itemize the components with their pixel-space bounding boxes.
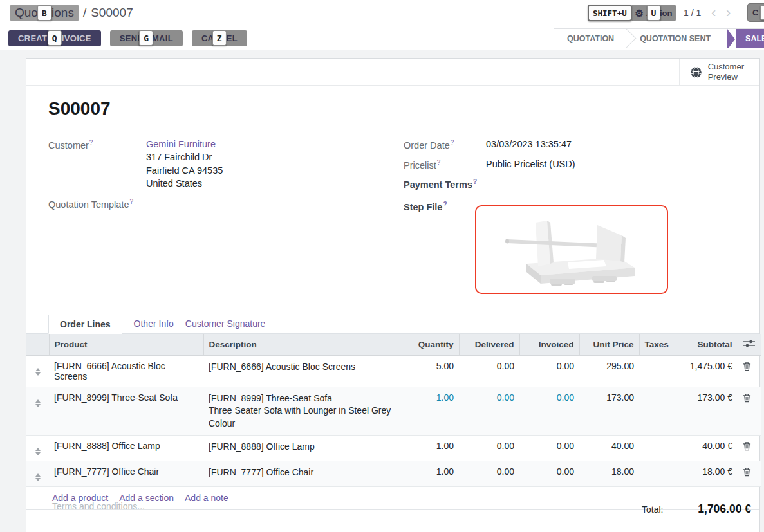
pager-next-icon[interactable]: › <box>726 0 731 26</box>
table-row[interactable]: [FURN_8999] Three-Seat Sofa [FURN_8999] … <box>26 387 761 436</box>
unit-price-cell[interactable]: 18.00 <box>579 461 639 486</box>
delivered-column-header[interactable]: Delivered <box>459 334 519 356</box>
description-cell[interactable]: [FURN_8888] Office Lamp <box>203 435 400 461</box>
status-step-quotation-sent[interactable]: QUOTATION SENT <box>627 29 723 48</box>
action-menu-button[interactable]: ⚙ Action U <box>631 5 676 21</box>
table-row[interactable]: [FURN_8888] Office Lamp [FURN_8888] Offi… <box>26 435 761 461</box>
invoiced-cell[interactable]: 0.00 <box>519 435 579 461</box>
unit-price-cell[interactable]: 40.00 <box>579 435 639 461</box>
delivered-cell[interactable]: 0.00 <box>459 461 519 486</box>
order-date-field-label: Order Date? <box>404 139 454 151</box>
taxes-cell[interactable] <box>639 387 675 436</box>
taxes-cell[interactable] <box>639 435 675 461</box>
description-cell[interactable]: [FURN_7777] Office Chair <box>203 461 400 486</box>
send-email-button[interactable]: SEND EMAIL G <box>110 30 183 46</box>
quantity-cell[interactable]: 1.00 <box>400 387 459 436</box>
delete-row-button[interactable] <box>738 387 761 436</box>
invoiced-cell[interactable]: 0.00 <box>519 461 579 486</box>
quotation-template-field-label: Quotation Template? <box>48 198 133 210</box>
gear-icon: ⚙ <box>635 8 644 18</box>
total-value: 1,706.00 € <box>698 502 751 516</box>
unit-price-cell[interactable]: 173.00 <box>579 387 639 436</box>
subtotal-cell[interactable]: 1,475.00 € <box>675 356 738 387</box>
drag-handle[interactable] <box>26 461 49 486</box>
address-line: 317 Fairchild Dr <box>146 151 223 164</box>
taxes-cell[interactable] <box>639 461 675 486</box>
cancel-button[interactable]: CANCEL Z <box>192 30 247 46</box>
order-lines-section: Product Description Quantity Delivered I… <box>26 334 759 510</box>
help-icon: ? <box>451 139 454 146</box>
quantity-column-header[interactable]: Quantity <box>400 334 459 356</box>
create-invoice-button[interactable]: CREATE INVOICE Q <box>8 30 101 46</box>
add-a-note-link[interactable]: Add a note <box>185 493 228 503</box>
address-line: Fairfield CA 94535 <box>146 164 223 178</box>
drag-handle[interactable] <box>26 356 49 387</box>
subtotal-cell[interactable]: 18.00 € <box>675 461 738 486</box>
tab-customer-signature[interactable]: Customer Signature <box>185 314 266 333</box>
product-column-header[interactable]: Product <box>49 334 203 356</box>
help-icon: ? <box>89 139 93 146</box>
description-cell[interactable]: [FURN_8999] Three-Seat SofaThree Seater … <box>203 387 400 436</box>
product-cell[interactable]: [FURN_7777] Office Chair <box>49 461 203 486</box>
delete-row-button[interactable] <box>738 435 761 461</box>
delete-row-button[interactable] <box>738 461 761 486</box>
description-column-header[interactable]: Description <box>203 334 400 356</box>
form-header: Customer Preview <box>26 59 759 86</box>
delivered-cell[interactable]: 0.00 <box>459 356 519 387</box>
step-file-field-label: Step File? <box>404 201 447 212</box>
optional-columns-toggle[interactable] <box>738 334 761 356</box>
action-buttons: CREATE INVOICE Q SEND EMAIL G CANCEL Z <box>8 26 247 50</box>
product-cell[interactable]: [FURN_6666] Acoustic Bloc Screens <box>49 356 203 387</box>
step-file-preview[interactable] <box>475 205 668 294</box>
subtotal-cell[interactable]: 40.00 € <box>675 435 738 461</box>
unit-price-cell[interactable]: 295.00 <box>579 356 639 387</box>
status-bar: QUOTATION QUOTATION SENT SALES ORDER <box>554 28 764 48</box>
invoiced-column-header[interactable]: Invoiced <box>519 334 579 356</box>
keyboard-hint-truncated <box>760 5 764 20</box>
taxes-cell[interactable] <box>639 356 675 387</box>
quantity-cell[interactable]: 5.00 <box>400 356 459 387</box>
customer-field-value[interactable]: Gemini Furniture 317 Fairchild Dr Fairfi… <box>146 139 223 190</box>
help-icon: ? <box>473 178 477 185</box>
tab-other-info[interactable]: Other Info <box>134 314 174 333</box>
invoiced-cell[interactable]: 0.00 <box>519 387 579 436</box>
product-cell[interactable]: [FURN_8888] Office Lamp <box>49 435 203 461</box>
tab-order-lines[interactable]: Order Lines <box>48 315 122 334</box>
delivered-cell[interactable]: 0.00 <box>459 435 519 461</box>
customer-link[interactable]: Gemini Furniture <box>146 139 216 149</box>
truncated-create-button[interactable]: C <box>747 3 764 22</box>
quantity-cell[interactable]: 1.00 <box>400 435 459 461</box>
unit-price-column-header[interactable]: Unit Price <box>579 334 639 356</box>
pricelist-field-value[interactable]: Public Pricelist (USD) <box>486 159 575 169</box>
drag-handle[interactable] <box>26 435 49 461</box>
breadcrumb-current: S00007 <box>91 6 133 20</box>
order-date-field-value[interactable]: 03/03/2023 13:35:47 <box>486 139 572 149</box>
order-total: Total: 1,706.00 € <box>642 495 751 516</box>
customer-preview-label: Customer Preview <box>708 62 744 83</box>
taxes-column-header[interactable]: Taxes <box>639 334 675 356</box>
table-row[interactable]: [FURN_6666] Acoustic Bloc Screens [FURN_… <box>26 356 761 387</box>
keyboard-hint-b: B <box>37 5 51 21</box>
customer-field-label: Customer? <box>48 139 93 151</box>
breadcrumb-parent[interactable]: Quotations B <box>10 5 79 21</box>
description-cell[interactable]: [FURN_6666] Acoustic Bloc Screens <box>203 356 400 387</box>
delivered-cell[interactable]: 0.00 <box>459 387 519 436</box>
pager-previous-icon[interactable]: ‹ <box>711 0 716 26</box>
keyboard-hint-u: U <box>647 5 661 21</box>
table-row[interactable]: [FURN_7777] Office Chair [FURN_7777] Off… <box>26 461 761 486</box>
status-step-quotation[interactable]: QUOTATION <box>554 29 627 48</box>
quantity-cell[interactable]: 1.00 <box>400 461 459 486</box>
subtotal-cell[interactable]: 173.00 € <box>675 387 738 436</box>
subtotal-column-header[interactable]: Subtotal <box>675 334 738 356</box>
notebook-tabs: Order Lines Other Info Customer Signatur… <box>26 315 759 334</box>
product-cell[interactable]: [FURN_8999] Three-Seat Sofa <box>49 387 203 436</box>
status-step-sales-order[interactable]: SALES ORDER <box>736 29 764 48</box>
delete-row-button[interactable] <box>738 356 761 387</box>
drag-handle[interactable] <box>26 387 49 436</box>
breadcrumb-separator: / <box>83 6 86 20</box>
terms-and-conditions-input[interactable]: Terms and conditions... <box>52 501 145 511</box>
customer-preview-button[interactable]: Customer Preview <box>679 59 759 86</box>
pager-value: 1 / 1 <box>684 8 701 18</box>
invoiced-cell[interactable]: 0.00 <box>519 356 579 387</box>
globe-icon <box>690 66 702 78</box>
